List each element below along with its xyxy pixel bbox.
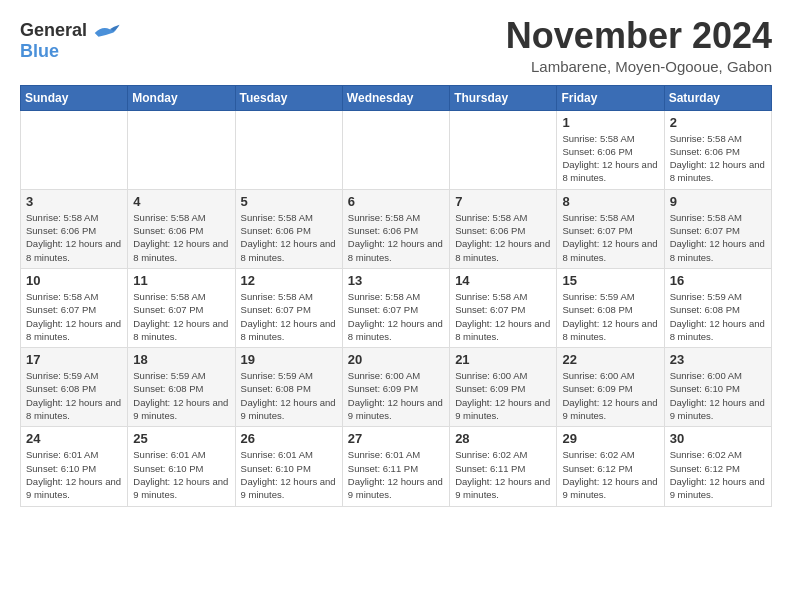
calendar-header-row: SundayMondayTuesdayWednesdayThursdayFrid… <box>21 85 772 110</box>
day-number: 11 <box>133 273 229 288</box>
day-number: 27 <box>348 431 444 446</box>
day-number: 15 <box>562 273 658 288</box>
day-number: 29 <box>562 431 658 446</box>
day-info: Sunrise: 5:59 AMSunset: 6:08 PMDaylight:… <box>562 290 658 343</box>
calendar-cell: 19Sunrise: 5:59 AMSunset: 6:08 PMDayligh… <box>235 348 342 427</box>
calendar-cell <box>235 110 342 189</box>
calendar-cell: 26Sunrise: 6:01 AMSunset: 6:10 PMDayligh… <box>235 427 342 506</box>
calendar-header-sunday: Sunday <box>21 85 128 110</box>
calendar-cell: 21Sunrise: 6:00 AMSunset: 6:09 PMDayligh… <box>450 348 557 427</box>
day-number: 9 <box>670 194 766 209</box>
location-title: Lambarene, Moyen-Ogooue, Gabon <box>506 58 772 75</box>
day-number: 8 <box>562 194 658 209</box>
calendar-week-3: 10Sunrise: 5:58 AMSunset: 6:07 PMDayligh… <box>21 268 772 347</box>
day-info: Sunrise: 6:02 AMSunset: 6:11 PMDaylight:… <box>455 448 551 501</box>
day-number: 30 <box>670 431 766 446</box>
day-number: 20 <box>348 352 444 367</box>
calendar-header-wednesday: Wednesday <box>342 85 449 110</box>
calendar-body: 1Sunrise: 5:58 AMSunset: 6:06 PMDaylight… <box>21 110 772 506</box>
calendar-header-friday: Friday <box>557 85 664 110</box>
logo: General Blue <box>20 20 121 62</box>
day-info: Sunrise: 6:00 AMSunset: 6:10 PMDaylight:… <box>670 369 766 422</box>
day-number: 28 <box>455 431 551 446</box>
day-info: Sunrise: 6:01 AMSunset: 6:10 PMDaylight:… <box>133 448 229 501</box>
day-number: 12 <box>241 273 337 288</box>
calendar-header-saturday: Saturday <box>664 85 771 110</box>
day-info: Sunrise: 5:58 AMSunset: 6:07 PMDaylight:… <box>455 290 551 343</box>
calendar: SundayMondayTuesdayWednesdayThursdayFrid… <box>20 85 772 507</box>
day-number: 16 <box>670 273 766 288</box>
header: General Blue November 2024 Lambarene, Mo… <box>20 16 772 75</box>
calendar-cell: 25Sunrise: 6:01 AMSunset: 6:10 PMDayligh… <box>128 427 235 506</box>
calendar-header-thursday: Thursday <box>450 85 557 110</box>
calendar-cell: 27Sunrise: 6:01 AMSunset: 6:11 PMDayligh… <box>342 427 449 506</box>
calendar-cell: 4Sunrise: 5:58 AMSunset: 6:06 PMDaylight… <box>128 189 235 268</box>
day-number: 2 <box>670 115 766 130</box>
calendar-cell: 7Sunrise: 5:58 AMSunset: 6:06 PMDaylight… <box>450 189 557 268</box>
logo-blue-text: Blue <box>20 41 59 62</box>
day-info: Sunrise: 5:58 AMSunset: 6:07 PMDaylight:… <box>26 290 122 343</box>
calendar-cell: 15Sunrise: 5:59 AMSunset: 6:08 PMDayligh… <box>557 268 664 347</box>
calendar-cell: 29Sunrise: 6:02 AMSunset: 6:12 PMDayligh… <box>557 427 664 506</box>
day-info: Sunrise: 5:58 AMSunset: 6:06 PMDaylight:… <box>133 211 229 264</box>
calendar-cell: 20Sunrise: 6:00 AMSunset: 6:09 PMDayligh… <box>342 348 449 427</box>
calendar-cell <box>128 110 235 189</box>
calendar-cell: 12Sunrise: 5:58 AMSunset: 6:07 PMDayligh… <box>235 268 342 347</box>
day-info: Sunrise: 6:01 AMSunset: 6:10 PMDaylight:… <box>26 448 122 501</box>
calendar-cell: 5Sunrise: 5:58 AMSunset: 6:06 PMDaylight… <box>235 189 342 268</box>
day-info: Sunrise: 5:58 AMSunset: 6:07 PMDaylight:… <box>241 290 337 343</box>
day-info: Sunrise: 6:00 AMSunset: 6:09 PMDaylight:… <box>562 369 658 422</box>
calendar-cell: 3Sunrise: 5:58 AMSunset: 6:06 PMDaylight… <box>21 189 128 268</box>
calendar-cell <box>21 110 128 189</box>
day-info: Sunrise: 6:01 AMSunset: 6:11 PMDaylight:… <box>348 448 444 501</box>
day-number: 14 <box>455 273 551 288</box>
calendar-week-2: 3Sunrise: 5:58 AMSunset: 6:06 PMDaylight… <box>21 189 772 268</box>
calendar-cell <box>450 110 557 189</box>
day-info: Sunrise: 5:58 AMSunset: 6:06 PMDaylight:… <box>455 211 551 264</box>
calendar-cell: 16Sunrise: 5:59 AMSunset: 6:08 PMDayligh… <box>664 268 771 347</box>
day-info: Sunrise: 5:58 AMSunset: 6:06 PMDaylight:… <box>241 211 337 264</box>
day-number: 26 <box>241 431 337 446</box>
calendar-header-monday: Monday <box>128 85 235 110</box>
day-number: 13 <box>348 273 444 288</box>
day-number: 5 <box>241 194 337 209</box>
day-info: Sunrise: 5:59 AMSunset: 6:08 PMDaylight:… <box>26 369 122 422</box>
title-area: November 2024 Lambarene, Moyen-Ogooue, G… <box>506 16 772 75</box>
day-info: Sunrise: 6:01 AMSunset: 6:10 PMDaylight:… <box>241 448 337 501</box>
day-info: Sunrise: 5:59 AMSunset: 6:08 PMDaylight:… <box>670 290 766 343</box>
day-info: Sunrise: 5:58 AMSunset: 6:07 PMDaylight:… <box>348 290 444 343</box>
day-info: Sunrise: 5:58 AMSunset: 6:06 PMDaylight:… <box>348 211 444 264</box>
day-info: Sunrise: 5:59 AMSunset: 6:08 PMDaylight:… <box>241 369 337 422</box>
day-number: 4 <box>133 194 229 209</box>
day-number: 7 <box>455 194 551 209</box>
day-number: 25 <box>133 431 229 446</box>
day-info: Sunrise: 5:58 AMSunset: 6:07 PMDaylight:… <box>562 211 658 264</box>
day-number: 23 <box>670 352 766 367</box>
day-info: Sunrise: 5:58 AMSunset: 6:06 PMDaylight:… <box>562 132 658 185</box>
day-info: Sunrise: 6:00 AMSunset: 6:09 PMDaylight:… <box>348 369 444 422</box>
calendar-cell: 6Sunrise: 5:58 AMSunset: 6:06 PMDaylight… <box>342 189 449 268</box>
calendar-cell: 13Sunrise: 5:58 AMSunset: 6:07 PMDayligh… <box>342 268 449 347</box>
day-info: Sunrise: 6:02 AMSunset: 6:12 PMDaylight:… <box>562 448 658 501</box>
calendar-cell: 10Sunrise: 5:58 AMSunset: 6:07 PMDayligh… <box>21 268 128 347</box>
day-number: 1 <box>562 115 658 130</box>
calendar-cell: 23Sunrise: 6:00 AMSunset: 6:10 PMDayligh… <box>664 348 771 427</box>
logo-general-text: General <box>20 20 87 41</box>
day-number: 17 <box>26 352 122 367</box>
calendar-week-1: 1Sunrise: 5:58 AMSunset: 6:06 PMDaylight… <box>21 110 772 189</box>
calendar-cell: 24Sunrise: 6:01 AMSunset: 6:10 PMDayligh… <box>21 427 128 506</box>
day-number: 24 <box>26 431 122 446</box>
day-number: 3 <box>26 194 122 209</box>
day-info: Sunrise: 5:58 AMSunset: 6:07 PMDaylight:… <box>133 290 229 343</box>
calendar-cell: 14Sunrise: 5:58 AMSunset: 6:07 PMDayligh… <box>450 268 557 347</box>
calendar-cell: 28Sunrise: 6:02 AMSunset: 6:11 PMDayligh… <box>450 427 557 506</box>
calendar-cell: 11Sunrise: 5:58 AMSunset: 6:07 PMDayligh… <box>128 268 235 347</box>
day-number: 10 <box>26 273 122 288</box>
day-number: 21 <box>455 352 551 367</box>
calendar-cell: 9Sunrise: 5:58 AMSunset: 6:07 PMDaylight… <box>664 189 771 268</box>
day-info: Sunrise: 5:58 AMSunset: 6:06 PMDaylight:… <box>26 211 122 264</box>
calendar-cell <box>342 110 449 189</box>
logo-bird-icon <box>91 21 121 41</box>
day-info: Sunrise: 5:59 AMSunset: 6:08 PMDaylight:… <box>133 369 229 422</box>
day-info: Sunrise: 6:02 AMSunset: 6:12 PMDaylight:… <box>670 448 766 501</box>
